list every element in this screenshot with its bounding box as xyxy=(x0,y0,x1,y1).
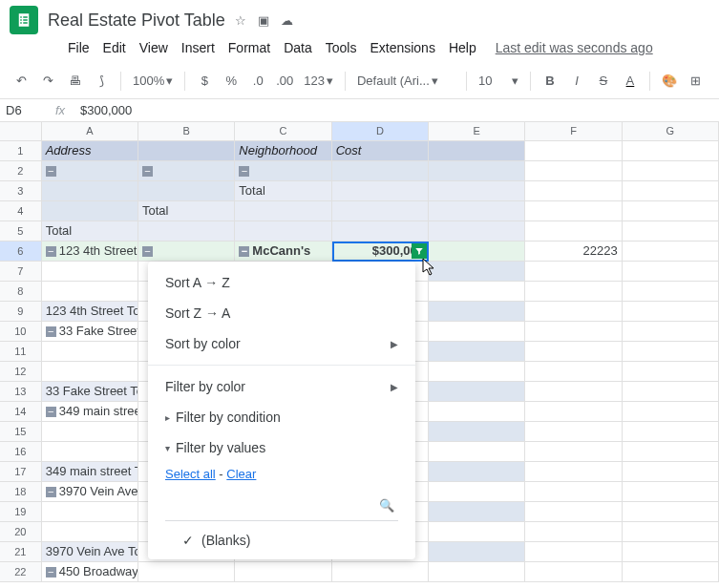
cell[interactable] xyxy=(525,302,622,322)
row-header[interactable]: 15 xyxy=(0,422,42,442)
cell[interactable]: Address xyxy=(42,141,138,161)
cell[interactable] xyxy=(623,181,719,201)
row-header[interactable]: 11 xyxy=(0,342,42,362)
cell[interactable] xyxy=(429,242,525,262)
strikethrough-button[interactable]: S xyxy=(592,70,615,93)
cell[interactable]: 33 Fake Street Total xyxy=(42,382,138,402)
filter-button[interactable] xyxy=(412,243,427,259)
borders-button[interactable]: ⊞ xyxy=(685,70,708,93)
cell[interactable] xyxy=(429,442,525,462)
cell[interactable] xyxy=(429,161,525,181)
cell[interactable] xyxy=(525,141,622,161)
undo-button[interactable]: ↶ xyxy=(10,70,32,93)
cell[interactable] xyxy=(623,242,719,262)
cell[interactable] xyxy=(42,422,138,442)
cell[interactable] xyxy=(525,562,622,582)
cell[interactable] xyxy=(623,322,719,342)
cell[interactable] xyxy=(332,562,429,582)
cell[interactable]: − xyxy=(42,161,138,181)
cell[interactable] xyxy=(429,181,525,201)
cell[interactable] xyxy=(525,482,622,502)
col-header-G[interactable]: G xyxy=(623,122,719,141)
cell[interactable]: −3970 Vein Ave xyxy=(42,482,138,502)
col-header-B[interactable]: B xyxy=(138,122,235,141)
cell[interactable]: Total xyxy=(235,181,331,201)
decrease-decimal-button[interactable]: .0 xyxy=(246,70,269,93)
col-header-D[interactable]: D xyxy=(332,122,429,141)
cell[interactable] xyxy=(623,221,719,242)
cell[interactable] xyxy=(429,282,525,302)
cell[interactable] xyxy=(332,161,429,181)
number-format-select[interactable]: 123▾ xyxy=(300,74,337,88)
row-header[interactable]: 19 xyxy=(0,502,42,522)
sort-by-color-item[interactable]: Sort by color▶ xyxy=(148,328,415,359)
cell[interactable] xyxy=(623,502,719,522)
menu-extensions[interactable]: Extensions xyxy=(364,36,440,59)
cell[interactable] xyxy=(235,562,331,582)
row-header[interactable]: 8 xyxy=(0,282,42,302)
font-size-select[interactable]: 10 ▾ xyxy=(475,74,522,88)
menu-data[interactable]: Data xyxy=(278,36,318,59)
cell[interactable]: − xyxy=(235,161,331,181)
cell[interactable] xyxy=(525,402,622,422)
text-color-button[interactable]: A xyxy=(619,70,642,93)
row-header[interactable]: 10 xyxy=(0,322,42,342)
cell[interactable] xyxy=(235,201,331,221)
row-header[interactable]: 22 xyxy=(0,562,42,582)
menu-tools[interactable]: Tools xyxy=(320,36,363,59)
cell[interactable] xyxy=(42,442,138,462)
cell[interactable] xyxy=(623,362,719,382)
cell[interactable] xyxy=(429,542,525,562)
cell[interactable] xyxy=(623,402,719,422)
italic-button[interactable]: I xyxy=(565,70,588,93)
row-header[interactable]: 2 xyxy=(0,161,42,181)
increase-decimal-button[interactable]: .00 xyxy=(273,70,296,93)
filter-value-blanks[interactable]: ✓ (Blanks) xyxy=(148,527,415,554)
cell[interactable] xyxy=(623,302,719,322)
row-header[interactable]: 17 xyxy=(0,462,42,482)
row-header[interactable]: 3 xyxy=(0,181,42,201)
cell[interactable] xyxy=(429,422,525,442)
cell[interactable] xyxy=(525,322,622,342)
cell[interactable] xyxy=(623,542,719,562)
cloud-status-icon[interactable]: ☁ xyxy=(281,13,293,28)
cell[interactable]: Total xyxy=(138,201,235,221)
cell[interactable]: − xyxy=(138,161,235,181)
cell[interactable] xyxy=(42,282,138,302)
cell[interactable]: − xyxy=(138,242,235,262)
formula-bar[interactable]: $300,000 xyxy=(74,103,719,117)
cell[interactable] xyxy=(429,342,525,362)
cell-active[interactable]: $300,000 xyxy=(332,242,429,262)
filter-search-input[interactable] xyxy=(165,494,398,521)
document-title[interactable]: Real Estate Pivot Table xyxy=(48,10,225,31)
cell[interactable] xyxy=(42,342,138,362)
select-all-link[interactable]: Select all xyxy=(165,467,216,481)
cell[interactable] xyxy=(525,442,622,462)
cell[interactable] xyxy=(332,201,429,221)
cell[interactable] xyxy=(429,141,525,161)
cell[interactable] xyxy=(623,201,719,221)
zoom-select[interactable]: 100% ▾ xyxy=(129,74,177,88)
cell[interactable] xyxy=(525,342,622,362)
row-header[interactable]: 5 xyxy=(0,221,42,242)
cell[interactable] xyxy=(42,262,138,282)
col-header-F[interactable]: F xyxy=(525,122,622,141)
percent-button[interactable]: % xyxy=(220,70,243,93)
collapse-icon[interactable]: − xyxy=(46,567,56,578)
print-button[interactable]: 🖶 xyxy=(63,70,86,93)
cell[interactable] xyxy=(525,462,622,482)
bold-button[interactable]: B xyxy=(539,70,561,93)
cell[interactable] xyxy=(623,342,719,362)
row-header[interactable]: 21 xyxy=(0,542,42,562)
row-header[interactable]: 4 xyxy=(0,201,42,221)
currency-button[interactable]: $ xyxy=(193,70,216,93)
cell[interactable] xyxy=(429,382,525,402)
collapse-icon[interactable]: − xyxy=(46,326,56,337)
last-edit-link[interactable]: Last edit was seconds ago xyxy=(496,40,653,55)
select-all-corner[interactable] xyxy=(0,122,42,141)
cell[interactable] xyxy=(623,282,719,302)
cell[interactable] xyxy=(525,422,622,442)
cell[interactable] xyxy=(429,562,525,582)
cell[interactable] xyxy=(429,322,525,342)
move-icon[interactable]: ▣ xyxy=(258,13,269,28)
